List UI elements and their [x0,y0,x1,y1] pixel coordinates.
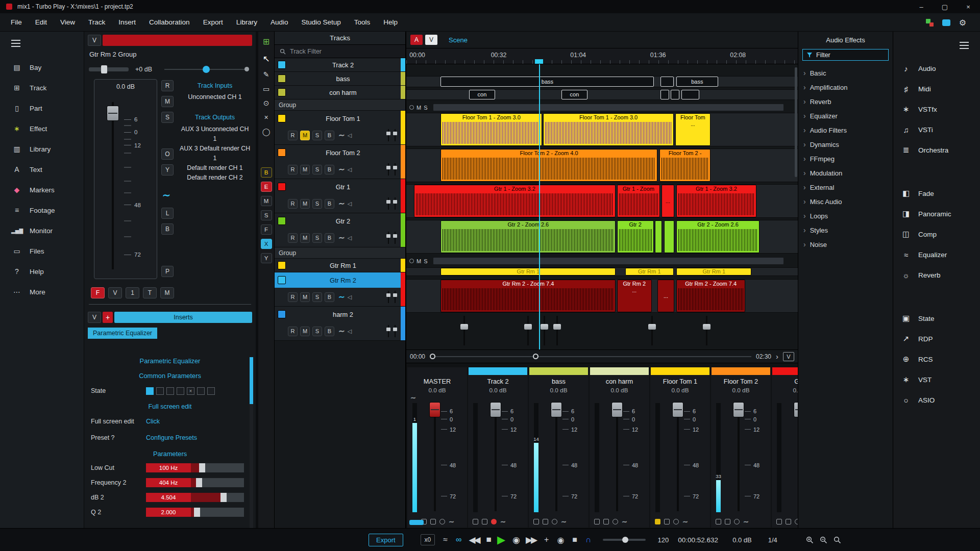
rs-item-state[interactable]: ▣State [893,308,980,329]
circle-tool-icon[interactable]: ◯ [262,128,271,136]
clip[interactable]: Floor Tom 2 - Zoom 4.0 [440,149,657,182]
clip[interactable]: Gtr 2 - Zoom 2.6 [440,220,616,253]
clip[interactable]: Gtr 1 - Zoom [617,185,660,217]
menu-icon[interactable] [960,40,969,51]
close-icon[interactable]: × [957,0,980,13]
add-marker-icon[interactable]: + [544,535,549,544]
tempo-display[interactable]: 120 [658,536,669,544]
insert-plugin-chip[interactable]: Parametric Equalizer [88,328,157,339]
m-button[interactable]: M [300,233,310,243]
range-position-handle[interactable] [533,354,538,359]
m-button[interactable]: M [300,131,310,140]
clip[interactable]: Gtr Rm 1 [625,268,674,276]
fx-category-modulation[interactable]: ›Modulation [798,166,893,180]
track-flag-f-button[interactable]: F [91,287,105,298]
fader-handle[interactable] [551,402,562,417]
monitor-circle-icon[interactable] [552,519,557,524]
s-button[interactable]: S [312,327,322,336]
track-row-harm-2[interactable]: harm 2RMSB∼◁ [275,307,405,341]
fader-handle[interactable] [672,402,683,417]
monitor-circle-icon[interactable] [439,519,445,524]
nav-item-monitor[interactable]: ▂▅▇Monitor [0,220,84,241]
view-toggle-button[interactable]: V [783,352,794,361]
cut-tool-icon[interactable]: × [264,113,268,121]
track-row-track-2[interactable]: Track 2 [275,58,405,72]
timeline-ruler[interactable]: 00:0000:3201:0401:3602:08 [406,48,798,64]
param-slider[interactable] [191,508,244,517]
track-row-floor-tom-2[interactable]: Floor Tom 2RMSB∼◁ [275,145,405,179]
playhead[interactable] [539,64,540,349]
m-button[interactable]: M [300,165,310,174]
range-slider[interactable] [430,356,751,357]
maximize-icon[interactable]: ▢ [933,0,957,13]
param-slider-handle[interactable] [196,478,202,487]
fader-handle[interactable] [794,402,798,417]
rs-item-vst[interactable]: ∗VST [893,369,980,390]
s-button[interactable]: S [312,131,322,140]
play-button[interactable]: ▶ [497,534,505,546]
menu-item-export[interactable]: Export [197,15,230,30]
record-button[interactable]: ◉ [512,535,519,545]
pan-curve-icon[interactable]: ∼ [561,518,567,525]
track-row-floor-tom-1[interactable]: Floor Tom 1RMSB∼◁ [275,111,405,145]
chat-icon[interactable] [942,19,950,26]
automation-curve-icon[interactable]: ∼ [338,292,345,302]
clip[interactable] [660,90,669,99]
param-value[interactable]: 100 Hz [146,463,191,472]
fx-category-styles[interactable]: ›Styles [798,223,893,237]
stop-button[interactable]: ■ [486,535,490,545]
m-button[interactable]: M [300,292,310,302]
automation-curve-icon[interactable]: ∼ [338,131,345,140]
nav-item-part[interactable]: ▯Part [0,98,84,118]
stop-secondary-icon[interactable]: ■ [572,535,577,544]
pan-mini-fader[interactable] [393,232,397,244]
gain-mini-fader[interactable] [386,232,390,244]
gain-mini-fader[interactable] [386,325,390,337]
slot-box-icon[interactable] [786,519,791,524]
gain-mini-fader[interactable] [386,163,390,176]
clip[interactable]: con [469,90,495,99]
s-button[interactable]: S [161,112,174,123]
pan-curve-icon[interactable]: ∼ [500,518,506,525]
clip[interactable]: Gtr 2 - Zoom 2.6 [676,220,760,253]
loop-icon[interactable]: ∞ [456,535,461,544]
gain-mini-fader[interactable] [386,291,390,303]
track-filter-input[interactable]: Track Filter [275,45,405,58]
state-box-2[interactable] [156,387,164,395]
fader-handle[interactable] [490,402,501,417]
configure-presets-link[interactable]: Configure Presets [146,434,197,441]
rs-item-reverb[interactable]: ☼Reverb [893,265,980,285]
group-solo-button[interactable]: S [424,258,427,264]
clip[interactable]: Gtr Rm 2 - Zoom 7.4 [676,280,745,312]
clip[interactable]: bass [676,77,718,87]
fx-category-loops[interactable]: ›Loops [798,209,893,223]
clip[interactable]: Floor Tom 2 - [659,149,710,182]
state-box-7[interactable] [207,387,215,395]
state-box-5[interactable]: × [187,387,194,395]
menu-item-audio[interactable]: Audio [264,15,295,30]
menu-item-view[interactable]: View [54,15,82,30]
nav-item-files[interactable]: ▭Files [0,241,84,261]
rs-item-asio[interactable]: ○ASIO [893,390,980,410]
scrollbar[interactable] [250,357,253,528]
pencil-tool-icon[interactable]: ✎ [263,70,270,79]
r-button[interactable]: R [288,165,298,174]
r-button[interactable]: R [288,233,298,243]
slot-box-icon[interactable] [725,519,730,524]
slot-box-icon[interactable] [603,519,609,524]
automation-curve-icon[interactable]: ∼ [338,199,345,208]
gain-mini-fader[interactable] [386,129,390,141]
clip[interactable] [664,220,674,253]
chevron-right-icon[interactable]: › [776,352,778,361]
nav-item-text[interactable]: AText [0,159,84,180]
group-mute-button[interactable]: M [416,105,421,111]
volume-slider[interactable] [603,539,646,541]
rs-item-orchestra[interactable]: ≣Orchestra [893,140,980,160]
track-row-gtr-rm-1[interactable]: Gtr Rm 1 [275,259,405,272]
inserts-header[interactable]: Inserts [114,312,252,323]
timeline-group-row[interactable]: MS [406,257,798,265]
slot-box-icon[interactable] [430,519,436,524]
p-button[interactable]: P [161,266,174,277]
clip[interactable]: con [561,90,587,99]
nav-item-footage[interactable]: ≡Footage [0,200,84,220]
